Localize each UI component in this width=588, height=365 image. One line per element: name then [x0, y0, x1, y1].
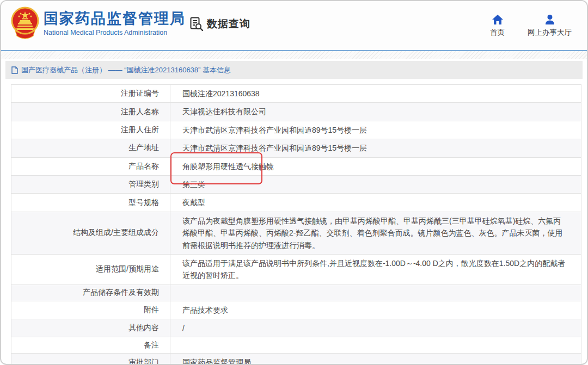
row-value: 角膜塑形用硬性透气接触镜: [170, 158, 581, 175]
row-value: 国械注准20213160638: [170, 85, 581, 102]
row-label: 产品储存条件及有效期: [11, 285, 170, 301]
row-label: 型号规格: [11, 194, 170, 211]
page: 国家药品监督管理局 National Medical Products Admi…: [0, 0, 588, 365]
row-value: [170, 285, 581, 301]
table-row-composition: 结构及组成/主要组成成分 该产品为夜戴型角膜塑形用硬性透气接触镜，由甲基丙烯酸甲…: [11, 212, 581, 255]
home-icon: [492, 14, 504, 25]
breadcrumb: 国产医疗器械产品（注册） —— “国械注准20213160638” 基本信息: [5, 61, 583, 79]
row-label: 审批部门: [11, 354, 170, 365]
row-label: 注册人名称: [11, 103, 170, 120]
row-label: 其他内容: [11, 319, 170, 337]
data-query-label: 数据查询: [207, 17, 250, 31]
row-label: 注册证编号: [11, 85, 170, 102]
row-value: 第三类: [170, 176, 581, 193]
table-row-model-spec: 型号规格 夜戴型: [11, 194, 581, 212]
site-header: 国家药品监督管理局 National Medical Products Admi…: [1, 1, 587, 51]
row-value: 天津市武清区京津科技谷产业园和园道89号15号楼一层: [170, 121, 581, 139]
data-query-icon: [189, 16, 204, 31]
site-title: 国家药品监督管理局: [44, 10, 186, 27]
table-row-product-name: 产品名称 角膜塑形用硬性透气接触镜: [11, 158, 581, 176]
table-row-other-content: 其他内容 /: [11, 319, 581, 337]
table-row-remarks: 备注: [11, 337, 581, 354]
table-row-attachment: 附件 产品技术要求: [11, 301, 581, 319]
row-label: 适用范围/预期用途: [11, 255, 170, 284]
row-label: 备注: [11, 337, 170, 353]
table-row-reg-number: 注册证编号 国械注准20213160638: [11, 85, 581, 103]
data-query-link[interactable]: 数据查询: [189, 16, 250, 31]
table-row-intended-use: 适用范围/预期用途 该产品适用于满足该产品说明书中所列条件,并且近视度数在-1.…: [11, 255, 581, 285]
row-value: 该产品适用于满足该产品说明书中所列条件,并且近视度数在-1.00D～-4.00 …: [170, 255, 581, 284]
row-label: 附件: [11, 301, 170, 319]
nav-item-service-hall[interactable]: 网上办事大厅: [528, 14, 572, 38]
nav-item-home-label: 首页: [490, 28, 505, 38]
table-row-registrant-address: 注册人住所 天津市武清区京津科技谷产业园和园道89号15号楼一层: [11, 121, 581, 139]
table-row-registrant-name: 注册人名称 天津视达佳科技有限公司: [11, 103, 581, 121]
national-emblem-logo: [11, 7, 39, 39]
table-row-approval-department: 审批部门 国家药品监督管理局: [11, 354, 581, 365]
site-title-block: 国家药品监督管理局 National Medical Products Admi…: [44, 10, 186, 36]
row-value: 产品技术要求: [170, 301, 581, 319]
header-nav: 首页 网上办事大厅: [490, 14, 572, 38]
row-value: 天津视达佳科技有限公司: [170, 103, 581, 120]
table-row-production-address: 生产地址 天津市武清区京津科技谷产业园和园道89号15号楼一层: [11, 139, 581, 157]
row-value: 夜戴型: [170, 194, 581, 211]
row-value: 天津市武清区京津科技谷产业园和园道89号15号楼一层: [170, 139, 581, 157]
table-row-storage-conditions: 产品储存条件及有效期: [11, 285, 581, 301]
breadcrumb-text[interactable]: 国产医疗器械产品（注册） —— “国械注准20213160638” 基本信息: [21, 65, 231, 75]
row-label: 产品名称: [11, 158, 170, 175]
row-label: 结构及组成/主要组成成分: [11, 212, 170, 254]
header-divider-strip: [1, 51, 587, 59]
row-label: 生产地址: [11, 139, 170, 157]
table-row-management-class: 管理类别 第三类: [11, 176, 581, 194]
registration-info-table: 注册证编号 国械注准20213160638 注册人名称 天津视达佳科技有限公司 …: [11, 84, 581, 365]
row-value: /: [170, 319, 581, 337]
row-value: 该产品为夜戴型角膜塑形用硬性透气接触镜，由甲基丙烯酸甲酯、甲基丙烯酰三(三甲基甲…: [170, 212, 581, 254]
nav-item-service-hall-label: 网上办事大厅: [528, 28, 572, 38]
row-label: 管理类别: [11, 176, 170, 193]
site-subtitle: National Medical Products Administration: [44, 29, 186, 36]
user-icon: [544, 14, 556, 25]
row-value: [170, 337, 581, 353]
nav-item-home[interactable]: 首页: [490, 14, 505, 38]
row-label: 注册人住所: [11, 121, 170, 139]
document-icon: [11, 66, 18, 74]
row-value: 国家药品监督管理局: [170, 354, 581, 365]
